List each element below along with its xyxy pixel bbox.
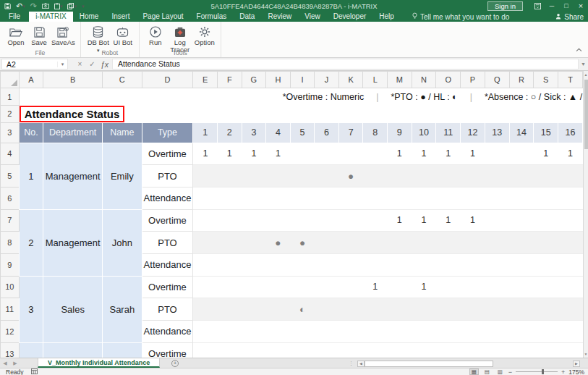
grid-cell[interactable] xyxy=(217,253,242,276)
view-normal-icon[interactable]: ▦ xyxy=(469,368,479,375)
grid-cell[interactable]: 1 xyxy=(242,143,266,165)
row-header-8[interactable]: 8 xyxy=(1,232,20,254)
grid-cell[interactable] xyxy=(412,342,436,358)
grid-cell[interactable] xyxy=(363,209,388,232)
cell-employee-no[interactable]: 3 xyxy=(19,276,43,342)
grid-cell[interactable]: 1 xyxy=(412,143,436,165)
row-header-9[interactable]: 9 xyxy=(1,253,20,276)
column-header-M[interactable]: M xyxy=(387,72,412,88)
column-header-R[interactable]: R xyxy=(509,72,534,88)
name-box[interactable]: A2 ▾ xyxy=(1,59,68,69)
grid-cell[interactable] xyxy=(363,232,388,254)
row-header-5[interactable]: 5 xyxy=(1,165,20,188)
day-header-4[interactable]: 4 xyxy=(266,122,291,143)
grid-cell[interactable] xyxy=(412,232,436,254)
grid-cell[interactable] xyxy=(315,298,339,321)
view-page-layout-icon[interactable]: ▤ xyxy=(482,368,492,375)
cell-type-label[interactable]: Overtime xyxy=(142,342,193,358)
ui-bot-button[interactable]: UI Bot xyxy=(112,24,134,46)
grid-cell[interactable] xyxy=(290,143,315,165)
save-icon[interactable] xyxy=(4,3,11,9)
tab-home[interactable]: Home xyxy=(73,12,106,22)
grid-cell[interactable] xyxy=(534,187,558,209)
grid-cell[interactable] xyxy=(558,342,583,358)
grid-cell[interactable] xyxy=(266,165,291,188)
grid-cell[interactable] xyxy=(509,321,534,343)
tab-data[interactable]: Data xyxy=(233,12,261,22)
row-header-7[interactable]: 7 xyxy=(1,209,20,232)
grid-cell[interactable] xyxy=(363,253,388,276)
grid-cell[interactable] xyxy=(266,187,291,209)
grid-cell[interactable] xyxy=(485,298,509,321)
grid-cell[interactable] xyxy=(242,253,266,276)
grid-cell[interactable]: ● xyxy=(290,232,315,254)
day-header-8[interactable]: 8 xyxy=(363,122,388,143)
cell-employee-name[interactable]: Emily xyxy=(103,143,142,209)
grid-cell[interactable] xyxy=(387,342,412,358)
grid-cell[interactable]: 1 xyxy=(193,143,218,165)
grid-cell[interactable] xyxy=(461,276,485,298)
vertical-scroll-thumb[interactable] xyxy=(584,80,588,149)
grid-cell[interactable] xyxy=(412,253,436,276)
grid-cell[interactable] xyxy=(217,232,242,254)
grid-cell[interactable] xyxy=(193,298,218,321)
grid-cell[interactable] xyxy=(485,209,509,232)
undo-icon[interactable]: ↶▾ xyxy=(16,2,25,10)
grid-cell[interactable] xyxy=(436,321,461,343)
zoom-out-icon[interactable]: − xyxy=(508,368,512,375)
grid-cell[interactable] xyxy=(266,209,291,232)
column-header-I[interactable]: I xyxy=(290,72,315,88)
select-all-corner[interactable] xyxy=(1,72,20,88)
grid-cell[interactable] xyxy=(315,342,339,358)
add-sheet-button[interactable]: + xyxy=(171,358,179,368)
grid-cell[interactable] xyxy=(558,253,583,276)
row-header-4[interactable]: 4 xyxy=(1,143,20,165)
grid-cell[interactable] xyxy=(290,253,315,276)
grid-cell[interactable] xyxy=(534,253,558,276)
column-header-D[interactable]: D xyxy=(142,72,193,88)
grid-cell[interactable] xyxy=(534,276,558,298)
column-header-T[interactable]: T xyxy=(558,72,583,88)
grid-cell[interactable] xyxy=(338,187,363,209)
grid-cell[interactable] xyxy=(290,321,315,343)
grid-cell[interactable] xyxy=(534,321,558,343)
customize-qat-icon[interactable]: ▾ xyxy=(82,4,85,9)
tell-me-box[interactable]: Tell me what you want to do xyxy=(412,12,509,22)
column-header-B[interactable]: B xyxy=(43,72,103,88)
grid-cell[interactable] xyxy=(315,165,339,188)
grid-cell[interactable] xyxy=(509,187,534,209)
row-header-6[interactable]: 6 xyxy=(1,187,20,209)
grid-cell[interactable] xyxy=(217,321,242,343)
grid-cell[interactable] xyxy=(242,209,266,232)
grid-cell[interactable] xyxy=(412,321,436,343)
legend-row[interactable]: *Overtime : Numeric|*PTO : ● / HL : ◐|*A… xyxy=(19,88,582,106)
grid-cell[interactable] xyxy=(193,232,218,254)
grid-cell[interactable] xyxy=(290,342,315,358)
tab-formulas[interactable]: Formulas xyxy=(190,12,234,22)
grid-cell[interactable] xyxy=(485,143,509,165)
grid-cell[interactable] xyxy=(193,165,218,188)
grid-cell[interactable] xyxy=(461,232,485,254)
zoom-slider-thumb[interactable] xyxy=(542,369,544,374)
grid-cell[interactable] xyxy=(534,298,558,321)
grid-cell[interactable] xyxy=(193,321,218,343)
day-header-16[interactable]: 16 xyxy=(558,122,583,143)
grid-cell[interactable] xyxy=(436,298,461,321)
run-button[interactable]: Run xyxy=(145,24,166,46)
scroll-right-icon[interactable]: ▶ xyxy=(573,361,580,367)
tab-developer[interactable]: Developer xyxy=(327,12,373,22)
grid-cell[interactable] xyxy=(290,209,315,232)
cell-employee-no[interactable]: 1 xyxy=(19,143,43,209)
grid-cell[interactable] xyxy=(217,298,242,321)
column-header-J[interactable]: J xyxy=(315,72,339,88)
cell-employee-no[interactable]: 2 xyxy=(19,209,43,276)
grid-cell[interactable]: 1 xyxy=(387,143,412,165)
grid-cell[interactable] xyxy=(485,165,509,188)
grid-cell[interactable] xyxy=(338,298,363,321)
scroll-left-icon[interactable]: ◀ xyxy=(357,361,365,367)
option-button[interactable]: Option xyxy=(194,24,216,46)
grid-cell[interactable]: 1 xyxy=(534,143,558,165)
row-header-10[interactable]: 10 xyxy=(1,276,20,298)
grid-cell[interactable] xyxy=(436,232,461,254)
cell-employee-department[interactable]: Management xyxy=(43,209,103,276)
